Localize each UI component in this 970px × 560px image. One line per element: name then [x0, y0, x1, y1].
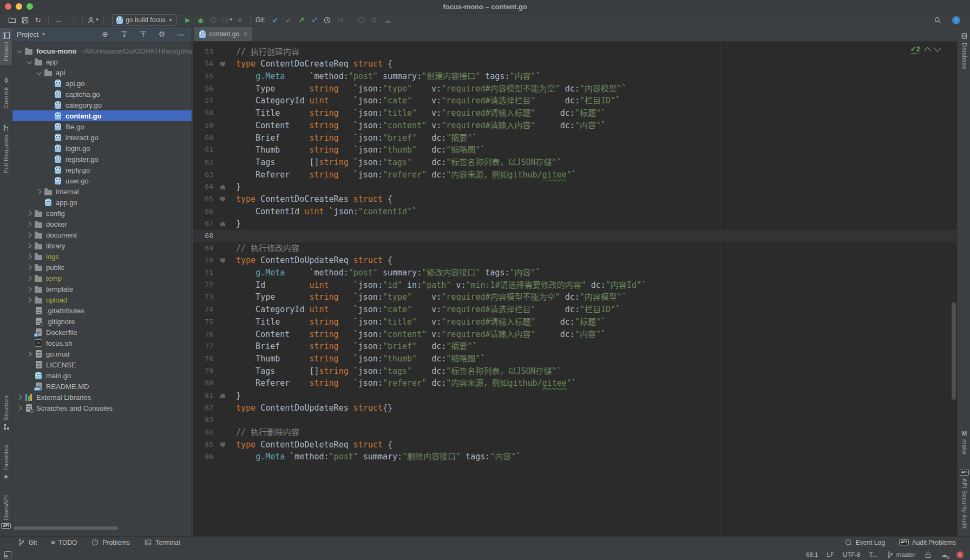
- tree-item-interact-go[interactable]: interact.go: [12, 132, 192, 143]
- forward-button[interactable]: →: [65, 14, 78, 27]
- stop-button[interactable]: ■: [233, 14, 246, 27]
- gutter-fold-column[interactable]: [213, 279, 233, 292]
- gutter-fold-column[interactable]: [213, 181, 233, 193]
- gutter-fold-column[interactable]: [213, 144, 233, 156]
- status-item-cloud-settings[interactable]: ☁⚙: [941, 551, 948, 558]
- chevron-right-icon[interactable]: [25, 352, 34, 356]
- tree-item-content-go[interactable]: content.go: [12, 110, 192, 121]
- gutter-fold-column[interactable]: [213, 267, 233, 279]
- gutter-fold-column[interactable]: [213, 353, 233, 365]
- locate-button[interactable]: ⊕: [99, 28, 112, 41]
- status-item-t-[interactable]: T...: [869, 551, 877, 558]
- gutter-fold-column[interactable]: [213, 439, 233, 451]
- gutter-fold-column[interactable]: [213, 132, 233, 144]
- line-number[interactable]: 75: [193, 316, 213, 328]
- gutter-fold-column[interactable]: [213, 304, 233, 316]
- line-number[interactable]: 63: [193, 169, 213, 181]
- chevron-right-icon[interactable]: [25, 244, 34, 248]
- line-number[interactable]: 60: [193, 132, 213, 144]
- chevron-right-icon[interactable]: [25, 222, 34, 226]
- tool-stripe-tab-pull-requests[interactable]: Pull Requests: [0, 120, 12, 177]
- line-number[interactable]: 53: [193, 46, 213, 58]
- collaborators-button[interactable]: ▼: [87, 14, 100, 27]
- tree-item-app[interactable]: app: [12, 56, 192, 67]
- tool-stripe-tab-openapi[interactable]: OpenAPIAPI: [0, 491, 12, 532]
- tree-item-go-mod[interactable]: go.mod: [12, 348, 192, 359]
- tree-item-api[interactable]: api: [12, 67, 192, 78]
- chevron-right-icon[interactable]: [16, 406, 24, 410]
- line-number[interactable]: 59: [193, 120, 213, 132]
- tree-item-reply-go[interactable]: reply.go: [12, 164, 192, 175]
- tree-item-external-libraries[interactable]: External Libraries: [12, 392, 192, 403]
- gutter-fold-column[interactable]: [213, 316, 233, 328]
- gutter-fold-column[interactable]: [213, 451, 233, 463]
- chevron-right-icon[interactable]: [25, 266, 34, 269]
- line-number[interactable]: 66: [193, 206, 213, 218]
- close-window-button[interactable]: [5, 3, 11, 10]
- line-number[interactable]: 56: [193, 83, 213, 95]
- tree-item-dockerfile[interactable]: DDockerfile: [12, 327, 192, 338]
- tool-stripe-tab-project[interactable]: Project: [0, 28, 12, 65]
- gutter-fold-column[interactable]: [213, 402, 233, 414]
- bar-item-problems[interactable]: Problems: [91, 538, 130, 546]
- gutter-fold-column[interactable]: [213, 42, 233, 46]
- gutter-fold-column[interactable]: [213, 426, 233, 439]
- search-db-button[interactable]: [368, 14, 381, 27]
- tree-item-user-go[interactable]: user.go: [12, 175, 192, 186]
- chevron-down-icon[interactable]: [25, 60, 34, 64]
- chevron-right-icon[interactable]: [25, 298, 34, 302]
- previous-problem-button[interactable]: [924, 47, 931, 54]
- open-project-button[interactable]: [5, 14, 18, 27]
- tool-stripe-tab-make[interactable]: Mmake: [958, 427, 970, 458]
- line-number[interactable]: 55: [193, 70, 213, 83]
- chevron-right-icon[interactable]: [25, 255, 34, 259]
- line-number[interactable]: 83: [193, 414, 213, 426]
- history-button[interactable]: [321, 14, 334, 27]
- bar-item-audit-problems[interactable]: APIAudit Problems: [899, 539, 956, 546]
- tree-item-file-go[interactable]: file.go: [12, 121, 192, 132]
- line-number[interactable]: 61: [193, 144, 213, 156]
- tree-item-upload[interactable]: upload: [12, 294, 192, 305]
- tree-item-login-go[interactable]: login.go: [12, 143, 192, 154]
- save-all-button[interactable]: [18, 14, 31, 27]
- coverage-button[interactable]: [207, 14, 220, 27]
- line-number[interactable]: 64: [193, 181, 213, 193]
- tree-item-register-go[interactable]: register.go: [12, 154, 192, 164]
- line-number[interactable]: 54: [193, 58, 213, 70]
- tree-item-temp[interactable]: temp: [12, 273, 192, 284]
- tree-item-focus-mono[interactable]: focus-mono~/Workspace/Go/GOPATH/src/gith…: [12, 45, 192, 56]
- gutter-fold-column[interactable]: [213, 169, 233, 181]
- package-button[interactable]: [355, 14, 368, 27]
- tool-stripe-tab-favorites[interactable]: Favorites★: [0, 441, 12, 484]
- chevron-down-icon[interactable]: ▼: [41, 32, 45, 37]
- gutter-fold-column[interactable]: [213, 107, 233, 120]
- tree-item-license[interactable]: LICENSE: [12, 359, 192, 370]
- search-button[interactable]: [931, 14, 944, 27]
- line-number[interactable]: 68: [193, 230, 213, 242]
- line-number[interactable]: 76: [193, 328, 213, 341]
- project-horizontal-scrollbar[interactable]: [14, 526, 118, 530]
- chevron-down-icon[interactable]: [16, 49, 24, 54]
- tree-item-scratches-and-consoles[interactable]: Scratches and Consoles: [12, 403, 192, 413]
- line-number[interactable]: 78: [193, 353, 213, 365]
- line-number[interactable]: 57: [193, 95, 213, 107]
- line-number[interactable]: 77: [193, 340, 213, 353]
- commit-button[interactable]: ✓: [282, 14, 295, 27]
- run-configuration-select[interactable]: go build focus ▼: [112, 14, 177, 26]
- gutter-fold-column[interactable]: [213, 377, 233, 390]
- collapse-all-button[interactable]: [136, 28, 149, 41]
- next-problem-button[interactable]: [934, 45, 941, 52]
- bar-item-git[interactable]: Git: [17, 538, 37, 546]
- debug-button[interactable]: [194, 14, 207, 27]
- line-number[interactable]: 69: [193, 242, 213, 255]
- gutter-fold-column[interactable]: [213, 193, 233, 206]
- expand-all-button[interactable]: [117, 28, 130, 41]
- tree-item-docker[interactable]: docker: [12, 219, 192, 229]
- chevron-right-icon[interactable]: [25, 212, 34, 215]
- back-button[interactable]: ←: [53, 14, 65, 27]
- gutter-fold-column[interactable]: [213, 95, 233, 107]
- gutter-fold-column[interactable]: [213, 365, 233, 378]
- tree-item-api-go[interactable]: api.go: [12, 78, 192, 89]
- gutter-fold-column[interactable]: [213, 230, 233, 242]
- line-number[interactable]: 86: [193, 451, 213, 463]
